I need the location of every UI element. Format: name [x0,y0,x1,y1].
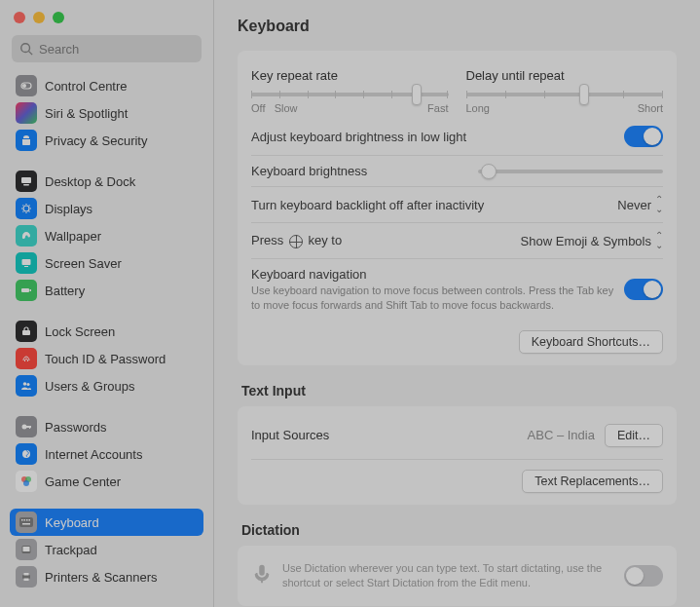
sidebar-item-trackpad[interactable]: Trackpad [10,536,203,563]
text-input-group: Input Sources ABC – India Edit… Text Rep… [238,406,677,505]
row-backlight-off: Turn keyboard backlight off after inacti… [251,186,663,222]
repeat-sliders-row: Key repeat rate Off Slow Fast Delay unti… [251,62,663,118]
svg-line-1 [29,52,33,56]
sidebar-item-internet-accounts[interactable]: Internet Accounts [10,440,203,468]
displays-icon [16,198,37,219]
sidebar-item-label: Keyboard [45,515,99,530]
svg-rect-5 [23,184,29,186]
sidebar-item-label: Trackpad [45,543,97,557]
svg-point-13 [27,383,30,386]
sidebar-item-label: Screen Saver [45,256,122,271]
sidebar-item-label: Privacy & Security [45,133,147,148]
press-globe-select[interactable]: Show Emoji & Symbols ⌃⌄ [521,231,663,250]
svg-rect-31 [24,579,29,582]
backlight-off-select[interactable]: Never ⌃⌄ [617,195,663,214]
sidebar-item-lock-screen[interactable]: Lock Screen [10,318,203,345]
keyboard-shortcuts-button[interactable]: Keyboard Shortcuts… [519,330,663,354]
internet-accounts-icon [16,443,37,465]
keyboard-icon [16,512,37,533]
sidebar-item-displays[interactable]: Displays [10,195,203,222]
svg-rect-28 [23,547,30,551]
sidebar-item-keyboard[interactable]: Keyboard [10,509,203,536]
sidebar-item-wallpaper[interactable]: Wallpaper [10,222,203,249]
svg-rect-25 [29,519,31,521]
fullscreen-window-button[interactable] [53,12,64,23]
svg-rect-15 [26,426,31,428]
dictation-toggle[interactable] [624,565,663,587]
svg-point-17 [22,450,30,458]
sidebar-item-label: Passwords [45,420,107,435]
svg-point-6 [23,206,29,211]
sidebar-item-privacy-security[interactable]: Privacy & Security [10,127,203,154]
keyboard-brightness-slider[interactable] [478,170,663,173]
sidebar-item-label: Users & Groups [45,379,134,394]
siri-icon [16,102,37,124]
sidebar-item-game-center[interactable]: Game Center [10,468,203,495]
svg-point-20 [23,480,29,486]
svg-rect-30 [24,573,29,576]
content-pane: Keyboard Key repeat rate Off Slow Fast D… [214,0,700,607]
lock-screen-icon [16,321,37,342]
sidebar-item-passwords[interactable]: Passwords [10,413,203,440]
close-window-button[interactable] [14,12,25,23]
sidebar-item-battery[interactable]: Battery [10,277,203,304]
passwords-icon [16,416,37,437]
wallpaper-icon [16,225,37,247]
delay-until-repeat-label: Delay until repeat [466,68,664,83]
delay-until-repeat-slider[interactable] [466,93,664,96]
svg-rect-24 [26,519,28,521]
printers-scanners-icon [16,566,37,588]
key-repeat-rate-slider[interactable] [251,93,449,96]
sidebar-item-users-groups[interactable]: Users & Groups [10,372,203,399]
privacy-icon [16,130,37,151]
svg-rect-10 [30,289,32,291]
sidebar-item-control-centre[interactable]: Control Centre [10,72,203,99]
chevron-updown-icon: ⌃⌄ [655,195,663,214]
window-controls [0,8,213,35]
input-sources-edit-button[interactable]: Edit… [605,424,663,447]
text-replacements-button[interactable]: Text Replacements… [522,470,663,493]
desktop-dock-icon [16,171,37,192]
chevron-updown-icon: ⌃⌄ [655,231,663,250]
svg-rect-21 [19,517,33,527]
sidebar-item-label: Battery [45,284,85,298]
sidebar-item-label: Displays [45,202,92,216]
sidebar-item-printers-scanners[interactable]: Printers & Scanners [10,563,203,590]
game-center-icon [16,471,37,492]
sidebar-item-label: Printers & Scanners [45,570,158,585]
sidebar-item-label: Touch ID & Password [45,352,166,366]
sidebar-item-screen-saver[interactable]: Screen Saver [10,249,203,277]
row-input-sources: Input Sources ABC – India Edit… [251,418,663,453]
sidebar-item-siri-spotlight[interactable]: Siri & Spotlight [10,99,203,127]
keyboard-settings-group: Key repeat rate Off Slow Fast Delay unti… [238,51,677,365]
svg-point-0 [21,44,30,53]
svg-rect-16 [29,426,30,429]
dictation-group: Use Dictation wherever you can type text… [238,546,677,607]
svg-rect-11 [22,330,30,335]
search-input[interactable] [12,35,202,62]
users-groups-icon [16,375,37,397]
svg-point-12 [23,382,27,386]
svg-rect-8 [24,266,28,267]
minimize-window-button[interactable] [33,12,45,23]
globe-icon [289,235,303,248]
row-keyboard-navigation: Keyboard navigation Use keyboard navigat… [251,258,663,321]
dictation-description: Use Dictation wherever you can type text… [282,561,624,591]
keyboard-navigation-toggle[interactable] [624,279,663,300]
sidebar-item-label: Wallpaper [45,229,101,244]
sidebar-item-label: Internet Accounts [45,447,142,462]
sidebar-item-desktop-dock[interactable]: Desktop & Dock [10,168,203,195]
svg-rect-23 [24,519,26,521]
sidebar-item-touch-id[interactable]: Touch ID & Password [10,345,203,372]
sidebar: Control Centre Siri & Spotlight Privacy … [0,0,214,607]
sidebar-item-label: Lock Screen [45,324,115,339]
brightness-auto-toggle[interactable] [624,126,663,147]
svg-rect-29 [22,575,30,579]
search-icon [19,42,33,56]
touch-id-icon [16,348,37,369]
microphone-icon [251,563,273,585]
trackpad-icon [16,539,37,560]
row-press-globe: Press key to Show Emoji & Symbols ⌃⌄ [251,222,663,258]
sidebar-item-label: Siri & Spotlight [45,106,128,121]
row-brightness: Keyboard brightness [251,155,663,186]
